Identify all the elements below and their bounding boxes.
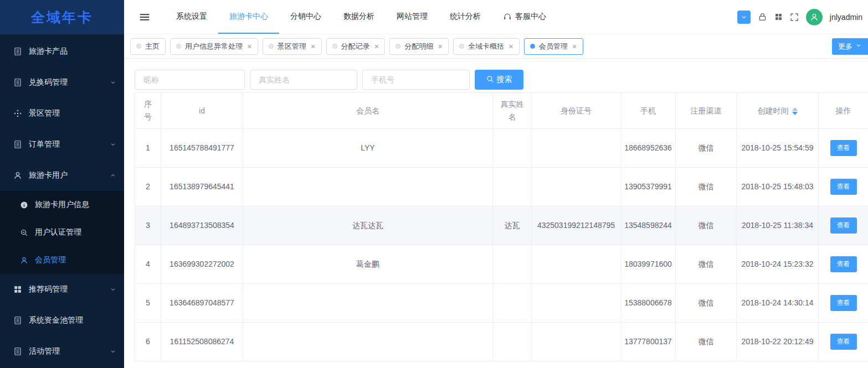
chevron-down-icon — [110, 348, 116, 355]
cell-channel: 微信 — [676, 168, 737, 206]
tab-label: 分配记录 — [341, 42, 370, 51]
cell-actions: 查看 — [819, 206, 868, 245]
cell-phone: 18039971600 — [621, 245, 676, 284]
app-logo-text: 全域年卡 — [31, 8, 93, 27]
nav-item[interactable]: 网站管理 — [386, 0, 439, 34]
cell-index: 3 — [135, 206, 161, 245]
sidebar-subitem[interactable]: 旅游卡用户信息 — [0, 191, 124, 219]
zoom-out-icon — [20, 229, 28, 237]
fullscreen-button[interactable] — [790, 13, 799, 22]
nav-item[interactable]: 数据分析 — [332, 0, 386, 34]
cell-id_card — [532, 129, 621, 168]
more-tabs-button[interactable]: 更多 — [832, 38, 868, 55]
view-button[interactable]: 查看 — [830, 256, 857, 272]
nav-item-label: 统计分析 — [450, 12, 481, 22]
sidebar-item[interactable]: 订单管理 — [0, 129, 124, 160]
tab-label: 会员管理 — [539, 42, 568, 51]
app-logo: 全域年卡 — [0, 0, 124, 34]
column-header-label: 真实姓名 — [501, 100, 524, 121]
cell-actions: 查看 — [819, 284, 868, 323]
view-button[interactable]: 查看 — [830, 217, 857, 234]
avatar[interactable] — [806, 9, 823, 25]
cell-created_at: 2018-10-24 14:30:14 — [737, 284, 819, 323]
realname-input[interactable] — [250, 70, 357, 90]
username: jnlyadmin — [830, 13, 862, 22]
tab-close-icon[interactable]: × — [311, 42, 316, 50]
column-header: 注册渠道 — [676, 93, 737, 129]
sidebar-toggle-button[interactable] — [124, 0, 160, 34]
view-button[interactable]: 查看 — [830, 179, 857, 195]
sidebar-item[interactable]: 景区管理 — [0, 98, 124, 129]
sidebar-subitem[interactable]: 会员管理 — [0, 246, 124, 274]
quick-switch-dropdown[interactable] — [737, 11, 751, 24]
nav-item[interactable]: 客服中心 — [492, 0, 557, 34]
tab-close-icon[interactable]: × — [438, 42, 443, 50]
filter-bar: 搜索 — [135, 70, 868, 90]
cell-id_card — [532, 245, 621, 284]
cell-member_name: 葛金鹏 — [243, 245, 493, 284]
cell-phone: 13905379991 — [621, 168, 676, 206]
sidebar-item[interactable]: 旅游卡用户 — [0, 160, 124, 191]
sidebar-item[interactable]: 活动管理 — [0, 336, 124, 367]
cell-id: 161152508086274 — [161, 323, 243, 361]
cell-index: 4 — [135, 245, 161, 284]
tab[interactable]: 全域卡概括× — [453, 38, 520, 55]
chevron-down-icon — [110, 141, 116, 148]
cell-id: 163699302272002 — [161, 245, 243, 284]
view-button[interactable]: 查看 — [830, 140, 857, 156]
cell-phone: 13548598244 — [621, 206, 676, 245]
tab[interactable]: 会员管理× — [524, 38, 583, 55]
sidebar-item[interactable]: 兑换码管理 — [0, 67, 124, 98]
cell-created_at: 2018-10-24 15:23:32 — [737, 245, 819, 284]
column-header: 会员名 — [243, 93, 493, 129]
nav-item[interactable]: 统计分析 — [439, 0, 492, 34]
tab[interactable]: 景区管理× — [263, 38, 322, 55]
tab[interactable]: 分配明细× — [389, 38, 449, 55]
column-header-label: 创建时间 — [758, 106, 789, 115]
tab-label: 用户信息异常处理 — [185, 42, 243, 51]
lock-icon — [758, 12, 767, 22]
sidebar-subitem[interactable]: 用户认证管理 — [0, 219, 124, 246]
tab[interactable]: 分配记录× — [326, 38, 386, 55]
column-header[interactable]: 创建时间 — [737, 93, 819, 129]
sort-carets[interactable] — [792, 107, 798, 115]
document-icon — [13, 140, 22, 149]
content: 搜索 序号id会员名真实姓名身份证号手机注册渠道创建时间操作 116514578… — [124, 59, 868, 368]
sidebar-item[interactable]: 推荐码管理 — [0, 274, 124, 305]
tab-close-icon[interactable]: × — [247, 42, 252, 50]
cell-index: 5 — [135, 284, 161, 323]
sidebar-item-label: 推荐码管理 — [29, 284, 68, 294]
cell-created_at: 2018-10-22 20:12:49 — [737, 323, 819, 361]
nav-item[interactable]: 旅游卡中心 — [218, 0, 279, 34]
sidebar-item[interactable]: 旅游卡产品 — [0, 36, 124, 67]
column-header: 身份证号 — [532, 93, 621, 129]
tab-dot — [136, 44, 141, 49]
chevron-down-icon — [110, 79, 116, 86]
sort-desc-icon[interactable] — [792, 112, 798, 115]
tab-close-icon[interactable]: × — [374, 42, 379, 50]
nickname-input[interactable] — [135, 70, 245, 90]
cell-id: 163646897048577 — [161, 284, 243, 323]
column-header-label: 序号 — [144, 100, 152, 121]
cell-phone: 18668952636 — [621, 129, 676, 168]
nav-item[interactable]: 系统设置 — [165, 0, 218, 34]
apps-button[interactable] — [774, 13, 783, 21]
tab-close-icon[interactable]: × — [572, 42, 577, 50]
search-button[interactable]: 搜索 — [475, 70, 523, 90]
cell-channel: 微信 — [676, 206, 737, 245]
sidebar-item[interactable]: 系统资金池管理 — [0, 305, 124, 336]
nav-item[interactable]: 分销中心 — [279, 0, 332, 34]
column-header: 手机 — [621, 93, 676, 129]
move-icon — [13, 109, 22, 118]
phone-input[interactable] — [362, 70, 470, 90]
column-header-label: 会员名 — [356, 106, 379, 115]
cell-created_at: 2018-10-25 11:38:34 — [737, 206, 819, 245]
view-button[interactable]: 查看 — [830, 295, 857, 311]
tab-close-icon[interactable]: × — [509, 42, 513, 50]
chevron-up-icon — [110, 172, 116, 179]
tab[interactable]: 主页 — [130, 38, 166, 55]
view-button[interactable]: 查看 — [830, 334, 857, 350]
tab[interactable]: 用户信息异常处理× — [170, 38, 258, 55]
sort-asc-icon[interactable] — [792, 107, 798, 111]
lock-button[interactable] — [758, 12, 767, 22]
